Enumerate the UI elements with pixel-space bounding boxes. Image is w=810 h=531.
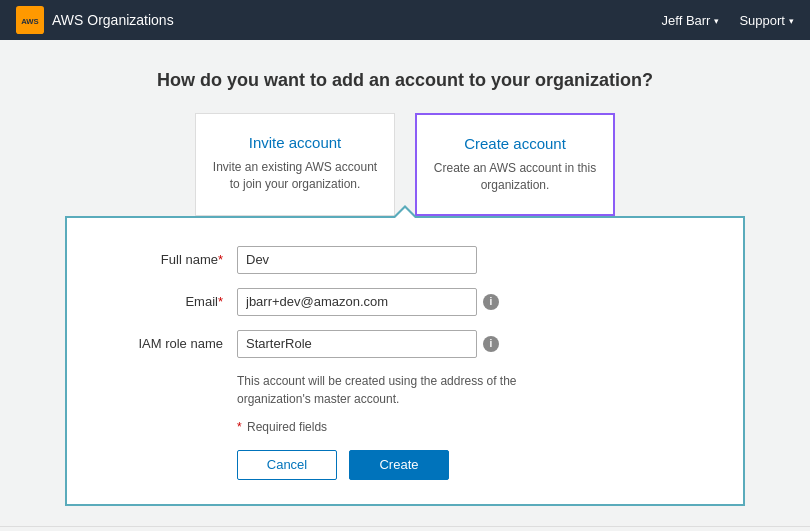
header-nav: Jeff Barr ▾ Support ▾ (662, 13, 794, 28)
iam-role-row: IAM role name i (107, 330, 703, 358)
app-title: AWS Organizations (52, 12, 174, 28)
header-logo: AWS AWS Organizations (16, 6, 662, 34)
email-row: Email* i (107, 288, 703, 316)
full-name-row: Full name* (107, 246, 703, 274)
user-menu[interactable]: Jeff Barr ▾ (662, 13, 720, 28)
user-name-label: Jeff Barr (662, 13, 711, 28)
iam-role-label: IAM role name (107, 336, 237, 351)
form-actions: Cancel Create (237, 450, 703, 480)
create-button[interactable]: Create (349, 450, 449, 480)
support-label: Support (739, 13, 785, 28)
support-chevron-icon: ▾ (789, 16, 794, 26)
invite-card-desc: Invite an existing AWS account to join y… (212, 159, 378, 193)
required-fields-note: * Required fields (237, 420, 703, 434)
email-input-wrap: i (237, 288, 499, 316)
required-star-1: * (218, 252, 223, 267)
main-content: How do you want to add an account to you… (0, 40, 810, 526)
account-note: This account will be created using the a… (237, 372, 617, 408)
create-account-card[interactable]: Create account Create an AWS account in … (415, 113, 615, 216)
invite-card-title: Invite account (212, 134, 378, 151)
app-header: AWS AWS Organizations Jeff Barr ▾ Suppor… (0, 0, 810, 40)
required-star-2: * (218, 294, 223, 309)
page-question: How do you want to add an account to you… (157, 70, 653, 91)
support-menu[interactable]: Support ▾ (739, 13, 794, 28)
iam-role-info-icon[interactable]: i (483, 336, 499, 352)
svg-text:AWS: AWS (21, 17, 39, 26)
email-label: Email* (107, 294, 237, 309)
iam-role-input[interactable] (237, 330, 477, 358)
cancel-button[interactable]: Cancel (237, 450, 337, 480)
account-type-cards: Invite account Invite an existing AWS ac… (195, 113, 615, 216)
invite-account-card[interactable]: Invite account Invite an existing AWS ac… (195, 113, 395, 216)
user-chevron-icon: ▾ (714, 16, 719, 26)
create-card-title: Create account (433, 135, 597, 152)
full-name-input[interactable] (237, 246, 477, 274)
iam-role-input-wrap: i (237, 330, 499, 358)
full-name-input-wrap (237, 246, 477, 274)
full-name-label: Full name* (107, 252, 237, 267)
create-card-desc: Create an AWS account in this organizati… (433, 160, 597, 194)
create-account-form: Full name* Email* i IAM role name i (65, 216, 745, 506)
email-info-icon[interactable]: i (483, 294, 499, 310)
aws-logo-icon: AWS (16, 6, 44, 34)
email-input[interactable] (237, 288, 477, 316)
page-footer: Feedback English © 2008 - 2017, Amazon W… (0, 526, 810, 531)
